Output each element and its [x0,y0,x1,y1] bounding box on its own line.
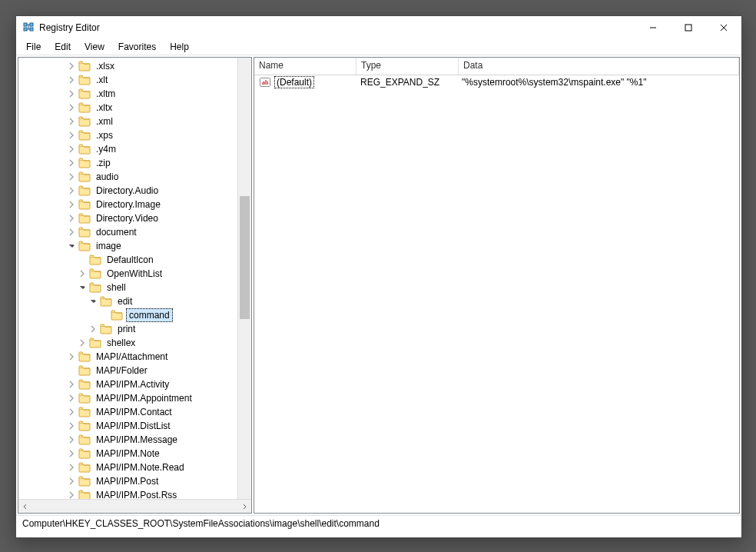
tree-node[interactable]: MAPI/Attachment [22,350,238,364]
tree-node[interactable]: .xlsx [22,59,238,73]
tree-node-label[interactable]: MAPI/IPM.Contact [94,406,174,418]
tree-node[interactable]: .zip [22,156,238,170]
tree-node-label[interactable]: command [126,308,173,322]
menu-favorites[interactable]: Favorites [113,41,161,53]
menu-file[interactable]: File [21,41,46,53]
tree-node-label[interactable]: print [115,323,138,335]
tree-node[interactable]: MAPI/IPM.Note.Read [22,461,238,474]
tree-node[interactable]: MAPI/IPM.Message [22,433,238,447]
collapse-icon[interactable] [66,241,77,251]
tree-node[interactable]: edit [22,294,238,308]
registry-tree[interactable]: .xlsx.xlt.xltm.xltx.xml.xps.y4m.zipaudio… [18,58,238,500]
tree-node[interactable]: MAPI/Folder [22,364,238,377]
menu-edit[interactable]: Edit [49,41,76,53]
tree-node-label[interactable]: .xlsx [94,60,117,72]
tree-node-label[interactable]: .xps [94,129,115,141]
tree-node[interactable]: shellex [22,336,238,350]
tree-node[interactable]: image [22,239,238,253]
expand-icon[interactable] [66,102,77,113]
scroll-right-icon[interactable] [239,501,250,512]
collapse-icon[interactable] [88,296,98,307]
tree-node-label[interactable]: MAPI/IPM.DistList [94,420,173,432]
collapse-icon[interactable] [77,282,88,293]
tree-node[interactable]: .xps [22,128,238,142]
tree-node[interactable]: .y4m [22,142,238,156]
expand-icon[interactable] [66,462,77,473]
tree-node[interactable]: MAPI/IPM.Post.Rss [22,488,238,500]
tree-node[interactable]: OpenWithList [22,267,238,281]
tree-node[interactable]: print [22,322,238,336]
expand-icon[interactable] [66,476,77,487]
column-headers[interactable]: Name Type Data [254,58,739,75]
tree-node-label[interactable]: OpenWithList [104,268,164,280]
expand-icon[interactable] [66,407,77,417]
tree-node[interactable]: MAPI/IPM.Activity [22,377,238,391]
tree-node-label[interactable]: edit [115,295,134,308]
tree-node-label[interactable]: image [94,240,124,252]
tree-node[interactable]: Directory.Audio [22,184,238,198]
tree-node-label[interactable]: shellex [104,337,138,349]
tree-node-label[interactable]: audio [94,171,121,183]
expand-icon[interactable] [66,130,77,141]
tree-node-label[interactable]: Directory.Video [94,212,161,224]
tree-node-label[interactable]: MAPI/IPM.Post.Rss [94,489,179,500]
tree-node-label[interactable]: MAPI/IPM.Note.Read [94,461,187,474]
expand-icon[interactable] [66,116,77,127]
tree-node[interactable]: DefaultIcon [22,253,238,267]
close-button[interactable] [706,16,741,39]
horizontal-scrollbar[interactable] [18,499,251,513]
tree-node-label[interactable]: Directory.Image [94,198,163,211]
expand-icon[interactable] [66,421,77,431]
column-data[interactable]: Data [459,58,739,75]
tree-node-label[interactable]: .xltm [94,88,118,100]
tree-node-label[interactable]: shell [104,281,128,294]
expand-icon[interactable] [66,144,77,155]
menu-help[interactable]: Help [164,41,194,53]
tree-node[interactable]: MAPI/IPM.Contact [22,405,238,419]
tree-node-label[interactable]: MAPI/IPM.Post [94,475,161,487]
tree-node[interactable]: shell [22,281,238,294]
tree-node-label[interactable]: .zip [94,157,113,169]
expand-icon[interactable] [88,324,98,334]
tree-node[interactable]: audio [22,170,238,184]
expand-icon[interactable] [66,379,77,390]
titlebar[interactable]: Registry Editor [16,16,741,39]
expand-icon[interactable] [66,158,77,168]
expand-icon[interactable] [77,338,88,348]
expand-icon[interactable] [66,393,77,404]
tree-node-label[interactable]: MAPI/IPM.Activity [94,378,171,391]
scroll-left-icon[interactable] [20,501,31,512]
tree-node-label[interactable]: MAPI/Attachment [94,351,170,363]
tree-node[interactable]: Directory.Video [22,211,238,225]
tree-node[interactable]: MAPI/IPM.DistList [22,419,238,433]
tree-node[interactable]: command [22,308,238,322]
expand-icon[interactable] [66,213,77,224]
tree-node[interactable]: .xml [22,115,238,128]
tree-node-label[interactable]: MAPI/IPM.Note [94,447,162,460]
expand-icon[interactable] [66,227,77,238]
tree-node[interactable]: Directory.Image [22,198,238,211]
expand-icon[interactable] [66,88,77,99]
tree-node-label[interactable]: .xltx [94,101,114,114]
value-list[interactable]: ab(Default)REG_EXPAND_SZ"%systemroot%\sy… [254,75,739,513]
tree-node[interactable]: MAPI/IPM.Appointment [22,391,238,405]
column-name[interactable]: Name [254,58,356,75]
tree-node[interactable]: .xltx [22,101,238,115]
tree-node-label[interactable]: MAPI/Folder [94,364,150,377]
tree-node-label[interactable]: DefaultIcon [104,254,156,266]
tree-node-label[interactable]: .xml [94,115,115,128]
tree-node[interactable]: MAPI/IPM.Note [22,447,238,461]
expand-icon[interactable] [66,185,77,196]
expand-icon[interactable] [66,199,77,210]
expand-icon[interactable] [66,171,77,182]
vertical-scrollbar[interactable] [237,58,251,500]
tree-node[interactable]: .xltm [22,87,238,101]
expand-icon[interactable] [66,351,77,362]
column-type[interactable]: Type [356,58,459,75]
value-row[interactable]: ab(Default)REG_EXPAND_SZ"%systemroot%\sy… [254,75,739,89]
tree-node-label[interactable]: MAPI/IPM.Message [94,434,180,446]
maximize-button[interactable] [671,16,706,39]
tree-node-label[interactable]: .xlt [94,74,110,86]
tree-node[interactable]: .xlt [22,73,238,87]
tree-node-label[interactable]: MAPI/IPM.Appointment [94,392,194,404]
